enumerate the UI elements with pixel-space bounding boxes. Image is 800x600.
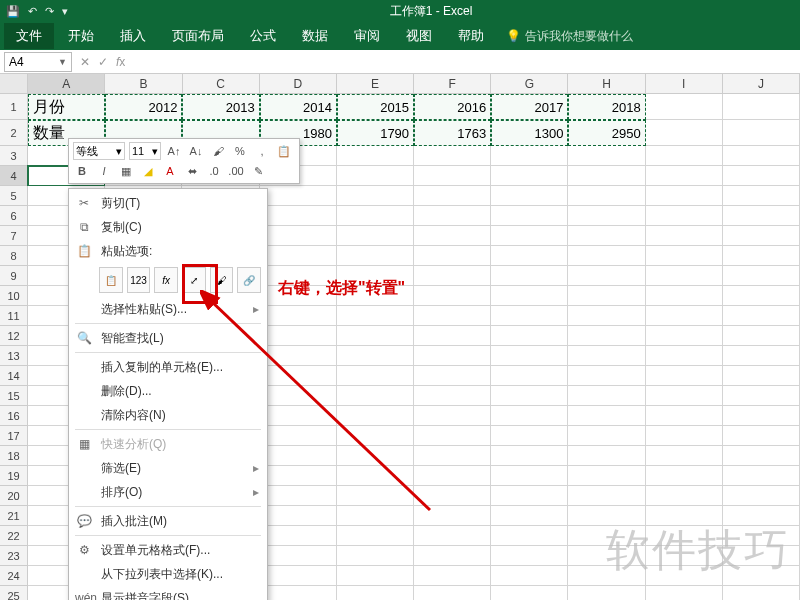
cell[interactable]: 2012 <box>105 94 182 120</box>
cell[interactable] <box>646 166 723 186</box>
row-header[interactable]: 12 <box>0 326 28 346</box>
tab-review[interactable]: 审阅 <box>342 23 392 49</box>
increase-font-icon[interactable]: A↑ <box>165 142 183 160</box>
tab-home[interactable]: 开始 <box>56 23 106 49</box>
cell[interactable] <box>337 486 414 506</box>
cell[interactable] <box>337 246 414 266</box>
cell[interactable] <box>414 586 491 600</box>
cell[interactable] <box>568 266 645 286</box>
percent-icon[interactable]: % <box>231 142 249 160</box>
cell[interactable] <box>723 94 800 120</box>
row-header[interactable]: 20 <box>0 486 28 506</box>
ctx-cut[interactable]: ✂剪切(T) <box>69 191 267 215</box>
cell[interactable] <box>414 266 491 286</box>
cell[interactable] <box>723 186 800 206</box>
format-painter-icon[interactable]: 📋 <box>275 142 293 160</box>
col-header[interactable]: I <box>646 74 723 93</box>
ctx-show-phonetic[interactable]: wén显示拼音字段(S) <box>69 586 267 600</box>
name-box[interactable]: A4▼ <box>4 52 72 72</box>
save-icon[interactable]: 💾 <box>6 5 20 18</box>
chevron-down-icon[interactable]: ▼ <box>58 57 67 67</box>
ctx-smart-lookup[interactable]: 🔍智能查找(L) <box>69 326 267 350</box>
cell[interactable] <box>414 226 491 246</box>
cell[interactable] <box>337 146 414 166</box>
cell[interactable] <box>646 246 723 266</box>
cell[interactable] <box>491 366 568 386</box>
cell[interactable] <box>414 386 491 406</box>
cell[interactable]: 2014 <box>260 94 337 120</box>
cell[interactable] <box>414 366 491 386</box>
cell[interactable] <box>414 546 491 566</box>
row-header[interactable]: 3 <box>0 146 28 166</box>
cell[interactable] <box>337 586 414 600</box>
cell[interactable] <box>568 386 645 406</box>
cell[interactable] <box>414 306 491 326</box>
ctx-pick-from-list[interactable]: 从下拉列表中选择(K)... <box>69 562 267 586</box>
cell[interactable] <box>568 246 645 266</box>
select-all-corner[interactable] <box>0 74 28 93</box>
tab-formula[interactable]: 公式 <box>238 23 288 49</box>
cell[interactable] <box>723 306 800 326</box>
cell[interactable] <box>646 326 723 346</box>
row-header[interactable]: 2 <box>0 120 28 146</box>
cell[interactable] <box>260 586 337 600</box>
cell[interactable] <box>491 406 568 426</box>
cell[interactable] <box>260 526 337 546</box>
row-header[interactable]: 24 <box>0 566 28 586</box>
cell[interactable] <box>491 346 568 366</box>
col-header[interactable]: B <box>105 74 182 93</box>
cell[interactable] <box>646 386 723 406</box>
cell[interactable] <box>568 286 645 306</box>
cell[interactable] <box>568 206 645 226</box>
undo-icon[interactable]: ↶ <box>28 5 37 18</box>
cell[interactable] <box>414 186 491 206</box>
col-header[interactable]: E <box>337 74 414 93</box>
col-header[interactable]: C <box>183 74 260 93</box>
row-header[interactable]: 6 <box>0 206 28 226</box>
cell[interactable] <box>646 426 723 446</box>
paste-link-button[interactable]: 🔗 <box>237 267 261 293</box>
cell[interactable] <box>337 326 414 346</box>
cell[interactable] <box>337 366 414 386</box>
cell[interactable] <box>491 546 568 566</box>
cell[interactable] <box>646 346 723 366</box>
cell[interactable] <box>260 466 337 486</box>
ctx-insert-copied[interactable]: 插入复制的单元格(E)... <box>69 355 267 379</box>
cell[interactable] <box>646 146 723 166</box>
cell[interactable]: 1763 <box>414 120 491 146</box>
cell[interactable] <box>414 526 491 546</box>
ctx-filter[interactable]: 筛选(E)▸ <box>69 456 267 480</box>
row-header[interactable]: 25 <box>0 586 28 600</box>
row-header[interactable]: 7 <box>0 226 28 246</box>
cell[interactable] <box>337 466 414 486</box>
cell[interactable]: 1790 <box>337 120 414 146</box>
cell[interactable] <box>260 206 337 226</box>
row-header[interactable]: 15 <box>0 386 28 406</box>
cell[interactable] <box>568 366 645 386</box>
cell[interactable] <box>260 406 337 426</box>
cell[interactable] <box>414 506 491 526</box>
cell[interactable] <box>491 566 568 586</box>
ctx-format-cells[interactable]: ⚙设置单元格格式(F)... <box>69 538 267 562</box>
cell[interactable] <box>491 386 568 406</box>
cell[interactable] <box>414 426 491 446</box>
qat-dropdown-icon[interactable]: ▾ <box>62 5 68 18</box>
cell[interactable] <box>414 346 491 366</box>
cell[interactable] <box>260 506 337 526</box>
paste-values-button[interactable]: 123 <box>127 267 151 293</box>
tab-insert[interactable]: 插入 <box>108 23 158 49</box>
col-header[interactable]: G <box>491 74 568 93</box>
cell[interactable] <box>646 266 723 286</box>
cell[interactable] <box>723 346 800 366</box>
row-header[interactable]: 18 <box>0 446 28 466</box>
cell[interactable] <box>337 166 414 186</box>
cell[interactable] <box>646 406 723 426</box>
formula-bar[interactable]: ✕ ✓ fx <box>80 55 125 69</box>
cell[interactable] <box>260 346 337 366</box>
cell[interactable]: 2950 <box>568 120 645 146</box>
cell[interactable] <box>491 526 568 546</box>
cell[interactable] <box>568 146 645 166</box>
col-header[interactable]: A <box>28 74 105 93</box>
row-header[interactable]: 14 <box>0 366 28 386</box>
cell[interactable] <box>337 526 414 546</box>
